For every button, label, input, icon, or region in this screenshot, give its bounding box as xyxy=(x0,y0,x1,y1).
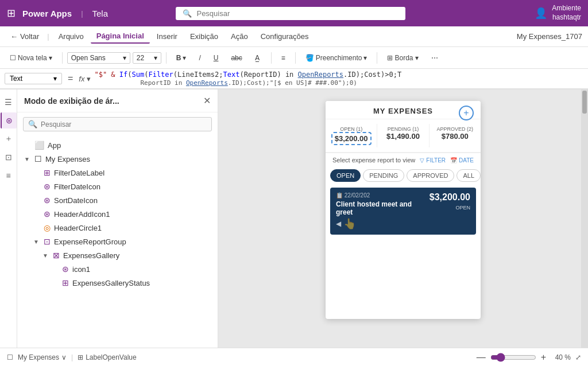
back-label: Voltar xyxy=(20,32,39,41)
sidebar-add-icon[interactable]: ＋ xyxy=(1,131,17,147)
waffle-icon[interactable]: ⊞ xyxy=(7,7,16,20)
menu-arquivo[interactable]: Arquivo xyxy=(53,30,90,43)
screen-arrow: ∨ xyxy=(61,353,67,361)
fx-button[interactable]: fx ▾ xyxy=(79,75,91,83)
scroll-track[interactable] xyxy=(581,89,588,348)
menu-acao[interactable]: Ação xyxy=(225,30,254,43)
expensereportgroup-icon: ⊡ xyxy=(44,237,51,246)
icon1-icon: ⊛ xyxy=(62,264,69,274)
back-button[interactable]: ← Voltar xyxy=(6,30,44,43)
tree-item-expensesgallerystatus[interactable]: ⊞ ExpensesGalleryStatus xyxy=(17,276,218,290)
underline-icon: U xyxy=(214,54,219,62)
formula-content[interactable]: "$" & If(Sum(Filter(LineItems2;Text(Repo… xyxy=(94,71,583,87)
toolbar-sep-2 xyxy=(166,52,167,64)
tree-item-expensereportgroup[interactable]: ▼ ⊡ ExpenseReportGroup xyxy=(17,235,218,248)
tree-item-filterdateicon[interactable]: ⊛ FilterDateIcon xyxy=(17,180,218,193)
expensesgallery-toggle: ▼ xyxy=(42,252,49,259)
panel-search[interactable]: 🔍 xyxy=(23,117,212,131)
search-bar[interactable]: 🔍 xyxy=(176,7,405,20)
expense-left: 📋 22/02/202 Client hosted meet and greet… xyxy=(336,192,430,230)
tab-open[interactable]: OPEN xyxy=(330,169,361,182)
italic-icon: / xyxy=(199,54,200,62)
headeraddicon1-label: HeaderAddIcon1 xyxy=(54,210,110,219)
tree-item-expensesgallery[interactable]: ▼ ⊠ ExpensesGallery xyxy=(17,248,218,262)
more-button[interactable]: ⋯ xyxy=(426,52,443,64)
expensesgallerystatus-icon: ⊞ xyxy=(62,278,69,287)
zoom-minus-button[interactable]: — xyxy=(477,352,486,363)
date-button[interactable]: 📅 DATE xyxy=(450,157,474,163)
panel-search-input[interactable] xyxy=(41,120,207,129)
filterdatelabel-label: FilterDateLabel xyxy=(54,169,105,177)
tree-item-icon1[interactable]: ⊛ icon1 xyxy=(17,262,218,276)
expense-right: $3,200.00 OPEN xyxy=(430,192,470,211)
top-bar: ⊞ Power Apps | Tela 🔍 👤 Ambiente hashtaq… xyxy=(0,0,588,26)
expense-item[interactable]: 📋 22/02/202 Client hosted meet and greet… xyxy=(330,188,476,235)
stat-pending: PENDING (1) $1,490.00 xyxy=(377,124,428,147)
sidebar-layers-icon[interactable]: ⊛ xyxy=(1,112,17,129)
scroll-thumb[interactable] xyxy=(582,91,587,114)
stat-approved-value: $780.00 xyxy=(432,132,478,141)
top-right-area: 👤 Ambiente hashtaqtr xyxy=(535,4,581,22)
sidebar-data-icon[interactable]: ⊡ xyxy=(1,149,17,165)
menu-inserir[interactable]: Inserir xyxy=(151,30,183,43)
fill-button[interactable]: 🪣 Preenchimento ▾ xyxy=(300,52,373,64)
font-name: Open Sans xyxy=(71,54,106,62)
expense-top-row: 📋 22/02/202 Client hosted meet and greet… xyxy=(336,192,470,230)
expand-icon[interactable]: ⤢ xyxy=(575,353,581,361)
tree-item-headercircle1[interactable]: ◎ HeaderCircle1 xyxy=(17,221,218,235)
tree-item-filterdatelabel[interactable]: ⊞ FilterDateLabel xyxy=(17,166,218,180)
new-screen-button[interactable]: ☐ Nova tela ▾ xyxy=(5,52,57,64)
user-avatar[interactable]: 👤 xyxy=(535,7,547,20)
sidebar-variables-icon[interactable]: ≡ xyxy=(1,168,17,184)
font-size-arrow: ▾ xyxy=(154,54,157,62)
underline-button[interactable]: U xyxy=(208,52,224,64)
field-selector[interactable]: Text ▾ xyxy=(5,73,62,84)
headercircle1-label: HeaderCircle1 xyxy=(54,224,102,232)
fx-arrow: ▾ xyxy=(87,75,91,83)
sidebar-collapse-icon[interactable]: ☰ xyxy=(1,94,17,110)
tab-approved[interactable]: APPROVED xyxy=(407,169,454,182)
toolbar-sep-4 xyxy=(295,52,296,64)
zoom-plus-button[interactable]: + xyxy=(541,352,546,363)
headeraddicon1-icon: ⊛ xyxy=(44,209,51,219)
tab-all[interactable]: ALL xyxy=(457,169,481,182)
logo-separator: | xyxy=(81,9,83,18)
strikethrough-button[interactable]: abc xyxy=(226,52,247,64)
fill-color-button[interactable]: A̲ xyxy=(250,52,266,64)
filter-button[interactable]: ▽ FILTER xyxy=(420,157,446,163)
tree-item-headeraddicon1[interactable]: ⊛ HeaderAddIcon1 xyxy=(17,207,218,221)
zoom-slider[interactable] xyxy=(490,353,536,362)
font-selector[interactable]: Open Sans ▾ xyxy=(67,52,130,64)
tab-pending[interactable]: PENDING xyxy=(363,169,404,182)
screen-checkbox: ☐ xyxy=(7,353,13,361)
expensesgallery-icon: ⊠ xyxy=(53,251,60,260)
font-size-selector[interactable]: 22 ▾ xyxy=(133,52,161,64)
strikethrough-icon: abc xyxy=(231,54,242,62)
menu-exibicao[interactable]: Exibição xyxy=(184,30,224,43)
bold-arrow: ▾ xyxy=(183,54,186,62)
new-screen-label: Nova tela xyxy=(18,54,47,62)
add-button[interactable]: + xyxy=(459,106,474,120)
tree-item-app[interactable]: ⬜ App xyxy=(17,138,218,152)
border-button[interactable]: ⊞ Borda ▾ xyxy=(382,52,423,64)
search-icon: 🔍 xyxy=(183,9,192,18)
expensesgallery-label: ExpensesGallery xyxy=(63,251,119,260)
tree-item-myexpenses[interactable]: ▼ ☐ My Expenses xyxy=(17,152,218,166)
italic-button[interactable]: / xyxy=(194,52,206,64)
stat-open: OPEN (1) $3,200.00 xyxy=(326,124,377,147)
label-icon: ⊞ xyxy=(78,353,83,361)
menu-pagina-inicial[interactable]: Página Inicial xyxy=(91,29,150,44)
label-selector[interactable]: ⊞ LabelOpenValue xyxy=(78,353,137,361)
menu-bar: ← Voltar | Arquivo Página Inicial Inseri… xyxy=(0,26,588,47)
panel-close-button[interactable]: ✕ xyxy=(203,95,211,106)
search-input[interactable] xyxy=(196,9,399,18)
align-button[interactable]: ≡ xyxy=(276,52,291,64)
toolbar-sep-1 xyxy=(62,52,63,64)
bold-button[interactable]: B ▾ xyxy=(171,52,192,64)
menu-configuracoes[interactable]: Configurações xyxy=(255,30,315,43)
zoom-percentage: 40 % xyxy=(551,353,571,361)
more-icon: ⋯ xyxy=(431,54,438,62)
screen-selector[interactable]: My Expenses ∨ xyxy=(18,353,67,361)
headercircle1-icon: ◎ xyxy=(44,223,51,232)
tree-item-sortdateicon[interactable]: ⊛ SortDateIcon xyxy=(17,193,218,207)
